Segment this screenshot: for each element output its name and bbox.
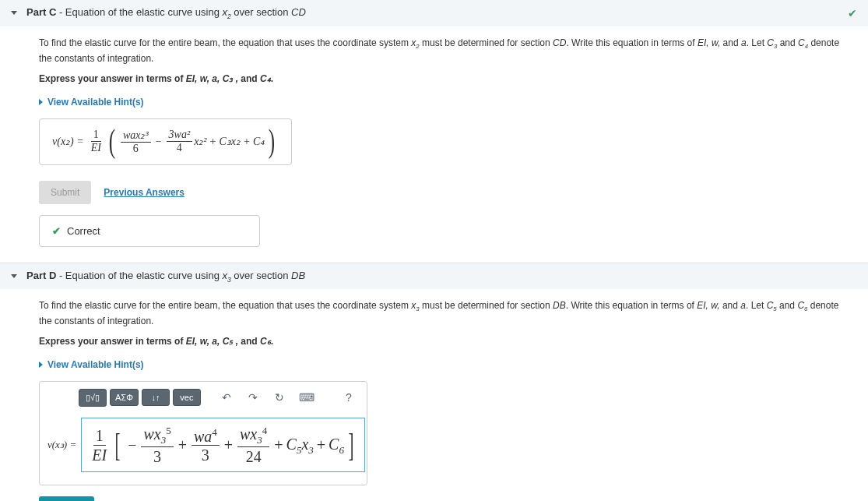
part-c-answer-box: v(x₂) = 1EI ( wax₂³6 − 3wa²4 x₂² + C₃x₂ … (39, 118, 292, 165)
undo-button[interactable]: ↶ (215, 388, 238, 407)
greek-tool-button[interactable]: ΑΣΦ (110, 389, 139, 406)
part-d: Part D - Equation of the elastic curve u… (0, 263, 868, 501)
submit-button[interactable]: Submit (39, 496, 94, 501)
part-c-express: Express your answer in terms of EI, w, a… (39, 73, 857, 84)
editor-toolbar: ▯√▯ ΑΣΦ ↓↑ vec ↶ ↷ ↻ ⌨ ? (40, 382, 367, 413)
part-d-description: To find the elastic curve for the entire… (39, 298, 849, 328)
reset-button[interactable]: ↻ (268, 388, 291, 407)
template-tool-button[interactable]: ▯√▯ (79, 389, 107, 407)
equation-lhs: v(x₃) = (47, 439, 76, 451)
part-d-express: Express your answer in terms of EI, w, a… (39, 336, 857, 347)
caret-down-icon (11, 274, 17, 278)
submit-button: Submit (39, 181, 91, 204)
subscript-tool-button[interactable]: ↓↑ (142, 389, 170, 406)
equation-input-row: v(x₃) = 1EI [ − wx35 3 + wa4 3 + (40, 413, 367, 485)
help-button[interactable]: ? (337, 388, 360, 407)
hints-toggle[interactable]: View Available Hint(s) (39, 359, 144, 370)
keyboard-button[interactable]: ⌨ (294, 388, 319, 407)
hints-toggle[interactable]: View Available Hint(s) (39, 97, 144, 108)
vector-tool-button[interactable]: vec (173, 389, 201, 406)
previous-answers-link[interactable]: Previous Answers (104, 187, 184, 198)
check-icon: ✔ (848, 7, 857, 19)
triangle-right-icon (39, 362, 43, 368)
part-d-submit-row: Submit Previous Answers (39, 496, 857, 501)
part-c-body: To find the elastic curve for the entire… (0, 26, 868, 263)
part-d-header[interactable]: Part D - Equation of the elastic curve u… (0, 263, 868, 290)
part-c-feedback: ✔ Correct (39, 215, 260, 247)
caret-down-icon (11, 11, 17, 15)
part-c-description: To find the elastic curve for the entire… (39, 36, 849, 65)
part-c-title: Part C - Equation of the elastic curve u… (26, 6, 857, 20)
check-icon: ✔ (52, 225, 61, 237)
part-c-header[interactable]: Part C - Equation of the elastic curve u… (0, 0, 868, 26)
triangle-right-icon (39, 99, 43, 105)
part-c: Part C - Equation of the elastic curve u… (0, 0, 868, 263)
part-d-title: Part D - Equation of the elastic curve u… (26, 270, 857, 284)
redo-button[interactable]: ↷ (241, 388, 265, 407)
part-c-submit-row: Submit Previous Answers (39, 181, 857, 204)
equation-input[interactable]: 1EI [ − wx35 3 + wa4 3 + wx34 24 (81, 418, 365, 472)
part-d-body: To find the elastic curve for the entire… (0, 289, 868, 501)
equation-editor: ▯√▯ ΑΣΦ ↓↑ vec ↶ ↷ ↻ ⌨ ? v(x₃) = 1EI [ − (39, 381, 367, 485)
